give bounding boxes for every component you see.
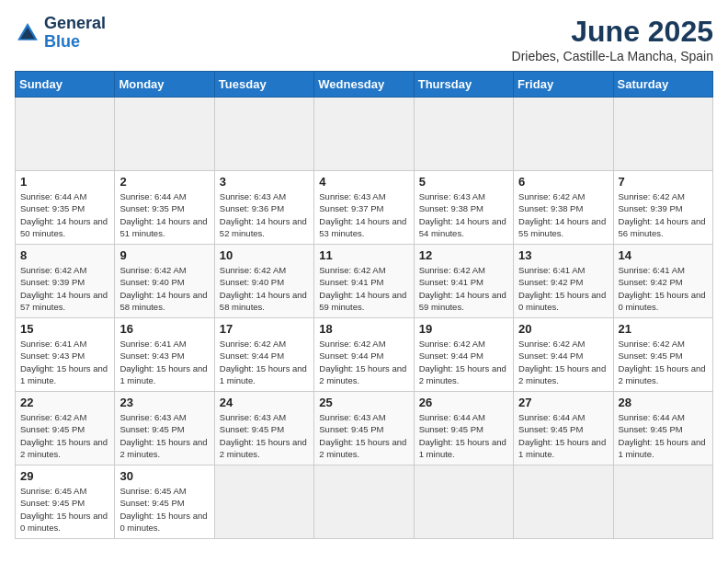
logo-general: General [44, 15, 106, 33]
day-cell [514, 98, 613, 171]
day-number: 28 [619, 396, 708, 409]
day-cell: 16Sunrise: 6:41 AM Sunset: 9:43 PM Dayli… [115, 318, 214, 392]
day-info: Sunrise: 6:45 AM Sunset: 9:45 PM Dayligh… [20, 485, 109, 534]
day-cell: 13Sunrise: 6:41 AM Sunset: 9:42 PM Dayli… [514, 245, 613, 318]
day-info: Sunrise: 6:45 AM Sunset: 9:45 PM Dayligh… [119, 485, 209, 534]
logo: General Blue [15, 15, 106, 52]
day-cell: 9Sunrise: 6:42 AM Sunset: 9:40 PM Daylig… [115, 245, 214, 318]
day-cell: 30Sunrise: 6:45 AM Sunset: 9:45 PM Dayli… [115, 465, 214, 539]
day-cell [314, 465, 414, 539]
day-cell [613, 465, 712, 539]
day-info: Sunrise: 6:41 AM Sunset: 9:42 PM Dayligh… [619, 264, 708, 313]
day-cell: 17Sunrise: 6:42 AM Sunset: 9:44 PM Dayli… [214, 318, 313, 392]
day-cell [16, 98, 115, 171]
day-number: 2 [119, 175, 209, 189]
day-cell: 10Sunrise: 6:42 AM Sunset: 9:40 PM Dayli… [214, 245, 313, 318]
day-cell [115, 98, 214, 171]
day-cell: 23Sunrise: 6:43 AM Sunset: 9:45 PM Dayli… [115, 392, 214, 465]
day-cell: 14Sunrise: 6:41 AM Sunset: 9:42 PM Dayli… [613, 245, 712, 318]
month-title: June 2025 [512, 15, 713, 49]
day-cell: 20Sunrise: 6:42 AM Sunset: 9:44 PM Dayli… [514, 318, 613, 392]
day-info: Sunrise: 6:42 AM Sunset: 9:38 PM Dayligh… [518, 190, 608, 239]
day-number: 15 [20, 322, 109, 336]
week-row-0 [16, 98, 713, 171]
day-number: 18 [319, 322, 408, 336]
day-number: 21 [619, 322, 708, 336]
day-cell: 18Sunrise: 6:42 AM Sunset: 9:44 PM Dayli… [314, 318, 414, 392]
weekday-sunday: Sunday [16, 72, 115, 98]
day-info: Sunrise: 6:42 AM Sunset: 9:44 PM Dayligh… [518, 338, 608, 386]
day-info: Sunrise: 6:43 AM Sunset: 9:38 PM Dayligh… [419, 190, 508, 239]
title-area: June 2025 Driebes, Castille-La Mancha, S… [512, 15, 713, 63]
calendar-table: SundayMondayTuesdayWednesdayThursdayFrid… [15, 71, 713, 539]
day-number: 26 [419, 396, 508, 409]
day-info: Sunrise: 6:42 AM Sunset: 9:39 PM Dayligh… [20, 264, 109, 313]
week-row-2: 8Sunrise: 6:42 AM Sunset: 9:39 PM Daylig… [16, 245, 713, 318]
day-info: Sunrise: 6:42 AM Sunset: 9:41 PM Dayligh… [319, 264, 408, 313]
week-row-3: 15Sunrise: 6:41 AM Sunset: 9:43 PM Dayli… [16, 318, 713, 392]
day-cell: 5Sunrise: 6:43 AM Sunset: 9:38 PM Daylig… [414, 171, 513, 245]
weekday-wednesday: Wednesday [314, 72, 414, 98]
day-info: Sunrise: 6:42 AM Sunset: 9:44 PM Dayligh… [220, 338, 309, 386]
week-row-1: 1Sunrise: 6:44 AM Sunset: 9:35 PM Daylig… [16, 171, 713, 245]
week-row-4: 22Sunrise: 6:42 AM Sunset: 9:45 PM Dayli… [16, 392, 713, 465]
day-number: 12 [419, 248, 508, 262]
day-info: Sunrise: 6:43 AM Sunset: 9:45 PM Dayligh… [119, 411, 209, 460]
weekday-monday: Monday [115, 72, 214, 98]
header: General Blue June 2025 Driebes, Castille… [15, 15, 713, 63]
day-cell: 22Sunrise: 6:42 AM Sunset: 9:45 PM Dayli… [16, 392, 115, 465]
day-info: Sunrise: 6:41 AM Sunset: 9:43 PM Dayligh… [119, 338, 209, 386]
day-cell: 3Sunrise: 6:43 AM Sunset: 9:36 PM Daylig… [214, 171, 313, 245]
day-number: 20 [518, 322, 608, 336]
day-cell: 19Sunrise: 6:42 AM Sunset: 9:44 PM Dayli… [414, 318, 513, 392]
day-cell: 28Sunrise: 6:44 AM Sunset: 9:45 PM Dayli… [613, 392, 712, 465]
day-number: 3 [220, 175, 309, 189]
day-number: 13 [518, 248, 608, 262]
weekday-saturday: Saturday [613, 72, 712, 98]
day-info: Sunrise: 6:44 AM Sunset: 9:35 PM Dayligh… [119, 190, 209, 239]
subtitle: Driebes, Castille-La Mancha, Spain [512, 49, 713, 63]
day-number: 6 [518, 175, 608, 189]
day-number: 14 [619, 248, 708, 262]
day-info: Sunrise: 6:43 AM Sunset: 9:45 PM Dayligh… [220, 411, 309, 460]
day-number: 8 [20, 248, 109, 262]
day-info: Sunrise: 6:44 AM Sunset: 9:45 PM Dayligh… [518, 411, 608, 460]
day-cell: 1Sunrise: 6:44 AM Sunset: 9:35 PM Daylig… [16, 171, 115, 245]
day-info: Sunrise: 6:44 AM Sunset: 9:35 PM Dayligh… [20, 190, 109, 239]
day-cell: 4Sunrise: 6:43 AM Sunset: 9:37 PM Daylig… [314, 171, 414, 245]
day-number: 17 [220, 322, 309, 336]
day-cell [214, 465, 313, 539]
day-number: 24 [220, 396, 309, 409]
weekday-header-row: SundayMondayTuesdayWednesdayThursdayFrid… [16, 72, 713, 98]
day-cell: 7Sunrise: 6:42 AM Sunset: 9:39 PM Daylig… [613, 171, 712, 245]
day-cell: 2Sunrise: 6:44 AM Sunset: 9:35 PM Daylig… [115, 171, 214, 245]
day-number: 16 [119, 322, 209, 336]
day-cell: 12Sunrise: 6:42 AM Sunset: 9:41 PM Dayli… [414, 245, 513, 318]
weekday-thursday: Thursday [414, 72, 513, 98]
day-info: Sunrise: 6:41 AM Sunset: 9:42 PM Dayligh… [518, 264, 608, 313]
day-info: Sunrise: 6:42 AM Sunset: 9:39 PM Dayligh… [619, 190, 708, 239]
day-cell: 8Sunrise: 6:42 AM Sunset: 9:39 PM Daylig… [16, 245, 115, 318]
logo-blue: Blue [44, 33, 106, 52]
week-row-5: 29Sunrise: 6:45 AM Sunset: 9:45 PM Dayli… [16, 465, 713, 539]
day-info: Sunrise: 6:42 AM Sunset: 9:41 PM Dayligh… [419, 264, 508, 313]
day-cell: 15Sunrise: 6:41 AM Sunset: 9:43 PM Dayli… [16, 318, 115, 392]
day-number: 4 [319, 175, 408, 189]
day-cell: 27Sunrise: 6:44 AM Sunset: 9:45 PM Dayli… [514, 392, 613, 465]
day-info: Sunrise: 6:42 AM Sunset: 9:44 PM Dayligh… [319, 338, 408, 386]
day-number: 19 [419, 322, 508, 336]
day-cell [613, 98, 712, 171]
day-number: 9 [119, 248, 209, 262]
weekday-tuesday: Tuesday [214, 72, 313, 98]
day-info: Sunrise: 6:42 AM Sunset: 9:40 PM Dayligh… [119, 264, 209, 313]
calendar-body: 1Sunrise: 6:44 AM Sunset: 9:35 PM Daylig… [16, 98, 713, 539]
day-cell: 25Sunrise: 6:43 AM Sunset: 9:45 PM Dayli… [314, 392, 414, 465]
day-cell: 21Sunrise: 6:42 AM Sunset: 9:45 PM Dayli… [613, 318, 712, 392]
day-info: Sunrise: 6:43 AM Sunset: 9:36 PM Dayligh… [220, 190, 309, 239]
day-number: 22 [20, 396, 109, 409]
day-cell: 26Sunrise: 6:44 AM Sunset: 9:45 PM Dayli… [414, 392, 513, 465]
day-info: Sunrise: 6:42 AM Sunset: 9:44 PM Dayligh… [419, 338, 508, 386]
weekday-friday: Friday [514, 72, 613, 98]
day-cell [214, 98, 313, 171]
day-info: Sunrise: 6:41 AM Sunset: 9:43 PM Dayligh… [20, 338, 109, 386]
